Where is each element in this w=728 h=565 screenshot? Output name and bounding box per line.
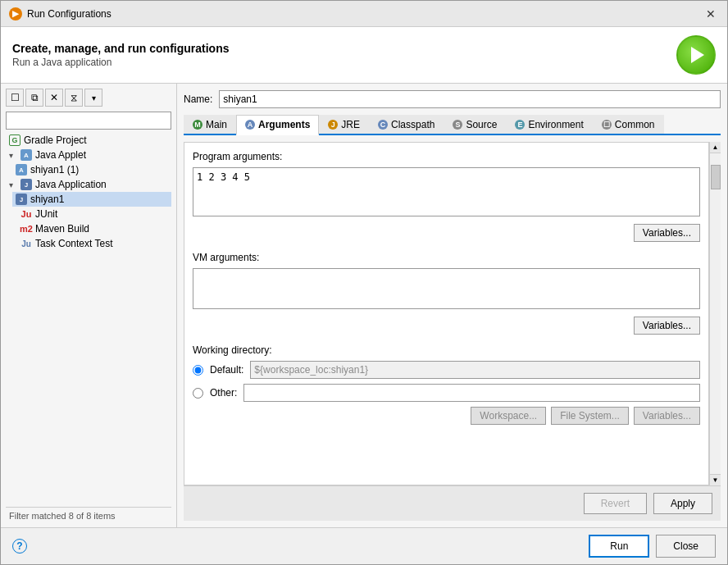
new-config-button[interactable]: ☐	[6, 89, 24, 107]
help-button[interactable]: ?	[12, 539, 27, 554]
java-app-icon: J	[20, 179, 32, 190]
tree-item-label: Maven Build	[35, 223, 89, 235]
left-toolbar: ☐ ⧉ ✕ ⧖ ▾	[6, 89, 171, 107]
other-radio-row: Other:	[193, 384, 700, 402]
tab-common[interactable]: ☐ Common	[593, 115, 664, 134]
app-item-icon: J	[16, 194, 27, 205]
run-icon	[676, 35, 716, 75]
right-panel: Name: M Main A Arguments J JRE C	[177, 84, 727, 527]
tree-item-label: Java Applet	[35, 149, 86, 161]
main-tab-icon: M	[193, 120, 202, 130]
env-tab-icon: E	[515, 120, 525, 130]
copy-config-button[interactable]: ⧉	[25, 89, 43, 107]
other-radio[interactable]	[193, 388, 203, 399]
vm-variables-button[interactable]: Variables...	[634, 317, 700, 335]
program-variables-row: Variables...	[193, 224, 700, 242]
scroll-down-arrow[interactable]: ▼	[710, 474, 721, 485]
name-input[interactable]	[219, 90, 721, 108]
list-item[interactable]: ▾ A Java Applet	[6, 148, 171, 162]
program-args-textarea[interactable]: 1 2 3 4 5	[193, 167, 700, 216]
header-text: Create, manage, and run configurations R…	[12, 42, 230, 68]
java-app-group: J shiyan1	[6, 192, 171, 207]
title-bar: ▶ Run Configurations ✕	[1, 1, 727, 27]
tab-common-label: Common	[615, 119, 655, 130]
config-tree: G Gradle Project ▾ A Java Applet A shiya…	[6, 133, 171, 503]
src-tab-icon: S	[453, 120, 462, 130]
config-search-input[interactable]	[6, 112, 171, 130]
apply-button[interactable]: Apply	[653, 493, 712, 514]
program-variables-button[interactable]: Variables...	[634, 224, 700, 242]
java-applet-icon: A	[20, 149, 32, 161]
tab-source-label: Source	[466, 119, 497, 130]
list-item[interactable]: m2 Maven Build	[6, 221, 171, 236]
tree-item-label: Java Application	[35, 179, 107, 190]
list-item[interactable]: ▾ J Java Application	[6, 177, 171, 192]
content-wrapper: Program arguments: 1 2 3 4 5 Variables..…	[184, 142, 721, 485]
filter-status: Filter matched 8 of 8 items	[6, 507, 171, 522]
default-dir-input	[250, 361, 700, 379]
other-dir-input[interactable]	[243, 384, 700, 402]
tree-item-label: Gradle Project	[24, 134, 87, 146]
vm-args-label: VM arguments:	[193, 252, 700, 263]
revert-button[interactable]: Revert	[584, 493, 647, 514]
list-item[interactable]: A shiyan1 (1)	[12, 162, 171, 177]
config-dropdown-button[interactable]: ▾	[84, 89, 102, 107]
dialog-title: Run Configurations	[27, 8, 111, 20]
working-dir-label: Working directory:	[193, 344, 700, 356]
run-button[interactable]: Run	[589, 535, 649, 558]
delete-config-button[interactable]: ✕	[45, 89, 63, 107]
dir-variables-button: Variables...	[634, 407, 700, 425]
junit-icon: Ju	[20, 208, 32, 220]
cp-tab-icon: C	[378, 120, 388, 130]
workspace-buttons-row: Workspace... File System... Variables...	[193, 407, 700, 425]
filter-config-button[interactable]: ⧖	[65, 89, 83, 107]
footer-bar: ? Run Close	[1, 527, 727, 564]
vm-args-wrapper	[193, 268, 700, 312]
tree-item-label: shiyan1 (1)	[30, 164, 79, 175]
list-item[interactable]: Ju Task Context Test	[6, 236, 171, 251]
content-scrollbar[interactable]: ▲ ▼	[709, 142, 721, 485]
list-item[interactable]: Ju JUnit	[6, 207, 171, 221]
close-window-button[interactable]: ✕	[703, 6, 719, 22]
program-args-wrapper: 1 2 3 4 5	[193, 167, 700, 219]
left-panel: ☐ ⧉ ✕ ⧖ ▾ G Gradle Project ▾ A Java Appl…	[1, 84, 177, 527]
list-item[interactable]: G Gradle Project	[6, 133, 171, 148]
tab-main[interactable]: M Main	[184, 115, 236, 134]
filesystem-button: File System...	[551, 407, 629, 425]
tree-item-label: shiyan1	[30, 194, 64, 205]
scroll-thumb[interactable]	[711, 165, 721, 189]
header-title: Create, manage, and run configurations	[12, 42, 230, 55]
default-radio[interactable]	[193, 365, 203, 376]
common-tab-icon: ☐	[602, 120, 612, 130]
chevron-down-icon: ▾	[9, 151, 17, 160]
dialog-icon: ▶	[9, 7, 22, 21]
tab-arguments-label: Arguments	[258, 119, 310, 130]
vm-variables-row: Variables...	[193, 317, 700, 335]
header-subtitle: Run a Java application	[12, 57, 230, 68]
tab-classpath[interactable]: C Classpath	[369, 115, 444, 134]
run-configurations-dialog: ▶ Run Configurations ✕ Create, manage, a…	[0, 0, 728, 565]
other-radio-label: Other:	[210, 387, 237, 399]
java-applet-group: A shiyan1 (1)	[6, 162, 171, 177]
applet-item-icon: A	[16, 164, 27, 175]
default-radio-label: Default:	[210, 364, 243, 376]
tab-jre-label: JRE	[341, 119, 360, 130]
tab-main-label: Main	[206, 119, 227, 130]
close-button[interactable]: Close	[656, 535, 716, 558]
task-icon: Ju	[20, 238, 32, 249]
tab-classpath-label: Classpath	[391, 119, 435, 130]
main-content: ☐ ⧉ ✕ ⧖ ▾ G Gradle Project ▾ A Java Appl…	[1, 84, 727, 527]
args-tab-icon: A	[245, 120, 255, 130]
name-row: Name:	[184, 90, 721, 108]
tab-environment[interactable]: E Environment	[506, 115, 592, 134]
program-args-label: Program arguments:	[193, 151, 700, 162]
tab-arguments[interactable]: A Arguments	[236, 115, 319, 135]
tab-source[interactable]: S Source	[444, 115, 506, 134]
working-dir-section: Working directory: Default: Other:	[193, 344, 700, 425]
scroll-up-arrow[interactable]: ▲	[710, 142, 721, 153]
tab-jre[interactable]: J JRE	[319, 115, 369, 134]
bottom-bar: Revert Apply	[184, 485, 721, 521]
list-item[interactable]: J shiyan1	[12, 192, 171, 207]
vm-args-textarea[interactable]	[193, 268, 700, 309]
name-label: Name:	[184, 93, 212, 105]
